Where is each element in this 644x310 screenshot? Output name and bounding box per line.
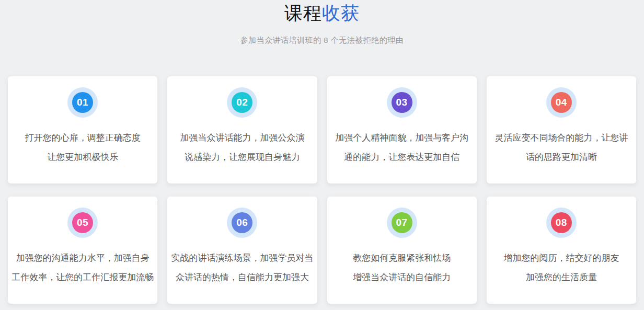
card-description: 加强您的沟通能力水平，加强自身 工作效率，让您的工作汇报更加流畅: [8, 248, 157, 287]
number-badge: 04: [551, 92, 572, 113]
number-badge-halo: 05: [67, 208, 98, 238]
benefit-card: 08 增加您的阅历，结交好的朋友 加强您的生活质量: [487, 197, 636, 304]
number-badge: 07: [392, 212, 412, 233]
benefit-card: 02 加强当众讲话能力，加强公众演 说感染力，让您展现自身魅力: [167, 76, 317, 183]
number-badge-halo: 04: [546, 87, 577, 118]
benefit-cards-grid: 01 打开您的心扉，调整正确态度 让您更加积极快乐 02 加强当众讲话能力，加强…: [8, 76, 636, 304]
number-badge: 02: [232, 92, 252, 113]
description-line-1: 加强个人精神面貌，加强与客户沟: [327, 128, 477, 147]
badge-number: 03: [396, 97, 408, 108]
description-line-2: 说感染力，让您展现自身魅力: [167, 147, 317, 167]
number-badge-halo: 06: [227, 208, 257, 238]
benefit-card: 06 实战的讲话演练场景，加强学员对当 众讲话的热情，自信能力更加强大: [167, 197, 317, 304]
page-title-accent: 收获: [322, 3, 360, 23]
badge-number: 08: [556, 217, 567, 228]
card-description: 教您如何克服紧张和怯场 增强当众讲话的自信能力: [327, 248, 477, 287]
description-line-2: 增强当众讲话的自信能力: [327, 268, 477, 287]
number-badge: 05: [72, 212, 93, 233]
number-badge: 01: [72, 92, 93, 113]
badge-number: 07: [396, 217, 408, 228]
description-line-1: 加强您的沟通能力水平，加强自身: [8, 248, 157, 268]
description-line-1: 加强当众讲话能力，加强公众演: [167, 128, 317, 147]
number-badge: 08: [551, 212, 572, 233]
number-badge: 06: [232, 212, 252, 233]
description-line-1: 教您如何克服紧张和怯场: [327, 248, 477, 268]
section-header: 课程收获 参加当众讲话培训班的 8 个无法被拒绝的理由: [0, 0, 644, 45]
description-line-2: 工作效率，让您的工作汇报更加流畅: [8, 268, 157, 287]
benefit-card: 05 加强您的沟通能力水平，加强自身 工作效率，让您的工作汇报更加流畅: [8, 197, 157, 304]
benefit-card: 04 灵活应变不同场合的能力，让您讲 话的思路更加清晰: [487, 76, 636, 183]
badge-number: 06: [236, 217, 248, 228]
number-badge-halo: 03: [387, 87, 417, 118]
number-badge-halo: 01: [67, 87, 98, 118]
section-subtitle: 参加当众讲话培训班的 8 个无法被拒绝的理由: [0, 36, 644, 45]
card-description: 加强当众讲话能力，加强公众演 说感染力，让您展现自身魅力: [167, 128, 317, 167]
benefit-card: 03 加强个人精神面貌，加强与客户沟 通的能力，让您表达更加自信: [327, 76, 477, 183]
number-badge: 03: [392, 92, 412, 113]
number-badge-halo: 07: [387, 208, 417, 238]
description-line-1: 打开您的心扉，调整正确态度: [8, 128, 157, 147]
benefit-card: 01 打开您的心扉，调整正确态度 让您更加积极快乐: [8, 76, 157, 183]
description-line-1: 实战的讲话演练场景，加强学员对当: [167, 248, 317, 268]
page-title-primary: 课程: [284, 3, 322, 23]
badge-number: 01: [77, 97, 88, 108]
badge-number: 04: [556, 97, 567, 108]
number-badge-halo: 08: [546, 208, 577, 238]
card-description: 打开您的心扉，调整正确态度 让您更加积极快乐: [8, 128, 157, 167]
description-line-2: 通的能力，让您表达更加自信: [327, 147, 477, 167]
badge-number: 02: [236, 97, 248, 108]
description-line-1: 增加您的阅历，结交好的朋友: [487, 248, 636, 268]
number-badge-halo: 02: [227, 87, 257, 118]
card-description: 加强个人精神面貌，加强与客户沟 通的能力，让您表达更加自信: [327, 128, 477, 167]
description-line-1: 灵活应变不同场合的能力，让您讲: [487, 128, 636, 147]
description-line-2: 让您更加积极快乐: [8, 147, 157, 167]
benefit-card: 07 教您如何克服紧张和怯场 增强当众讲话的自信能力: [327, 197, 477, 304]
card-description: 实战的讲话演练场景，加强学员对当 众讲话的热情，自信能力更加强大: [167, 248, 317, 287]
description-line-2: 话的思路更加清晰: [487, 147, 636, 167]
description-line-2: 众讲话的热情，自信能力更加强大: [167, 268, 317, 287]
card-description: 增加您的阅历，结交好的朋友 加强您的生活质量: [487, 248, 636, 287]
badge-number: 05: [77, 217, 88, 228]
description-line-2: 加强您的生活质量: [487, 268, 636, 287]
page-title: 课程收获: [0, 2, 644, 24]
card-description: 灵活应变不同场合的能力，让您讲 话的思路更加清晰: [487, 128, 636, 167]
